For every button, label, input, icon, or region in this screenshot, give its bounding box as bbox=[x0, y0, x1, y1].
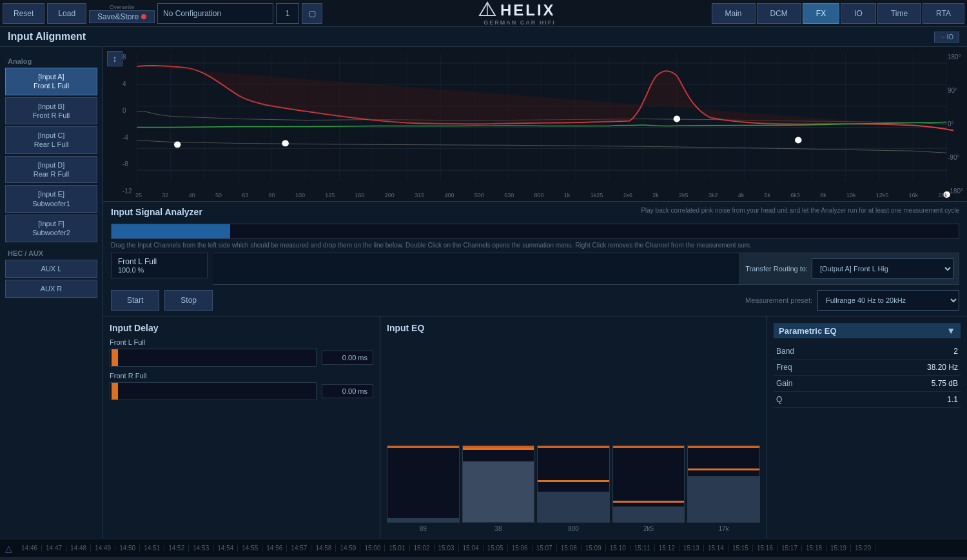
delay-slider-1[interactable] bbox=[110, 349, 317, 367]
status-time-1502: 15:02 bbox=[410, 545, 435, 552]
delay-channel-label-1: Front L Full bbox=[110, 338, 373, 346]
top-bar: Reset Load Overwrite Save&Store ▢ HELIX … bbox=[0, 0, 967, 27]
eq-point-1[interactable] bbox=[174, 141, 181, 148]
param-row-freq: Freq 38.20 Hz bbox=[774, 360, 961, 376]
delay-slider-handle-2[interactable] bbox=[112, 383, 118, 400]
stop-button[interactable]: Stop bbox=[164, 290, 213, 311]
param-label-q: Q bbox=[776, 395, 782, 404]
eq-bar-slot-38[interactable] bbox=[462, 445, 535, 523]
param-row-band: Band 2 bbox=[774, 343, 961, 360]
status-time-1449: 14:49 bbox=[91, 545, 115, 552]
status-time-1446: 14:46 bbox=[17, 545, 42, 552]
param-label-freq: Freq bbox=[776, 363, 792, 372]
overwrite-label: Overwrite bbox=[110, 4, 135, 10]
eq-point-2[interactable] bbox=[282, 140, 288, 146]
eq-point-3[interactable] bbox=[674, 116, 680, 122]
progress-bar-fill bbox=[112, 224, 230, 238]
eq-curve-svg bbox=[103, 47, 967, 201]
tab-rta[interactable]: RTA bbox=[923, 3, 964, 24]
status-time-1447: 14:47 bbox=[42, 545, 66, 552]
eq-bar-label-38: 38 bbox=[494, 525, 502, 532]
delay-value-1: 0.00 ms bbox=[322, 351, 373, 365]
load-button[interactable]: Load bbox=[47, 3, 86, 24]
eq-band-38: 38 bbox=[462, 445, 535, 532]
helix-symbol bbox=[478, 1, 496, 19]
helix-logo: HELIX GERMAN CAR HIFI bbox=[325, 1, 708, 26]
status-time-1448: 14:48 bbox=[66, 545, 91, 552]
start-button[interactable]: Start bbox=[111, 290, 159, 311]
status-time-1504: 15:04 bbox=[459, 545, 484, 552]
channel-drop-area[interactable]: Front L Full 100.0 % bbox=[111, 253, 208, 278]
analyzer-controls: Start Stop Measurement preset: Fullrange… bbox=[111, 290, 959, 311]
tab-time[interactable]: Time bbox=[877, 3, 921, 24]
status-bar: △ 14:46 14:47 14:48 14:49 14:50 14:51 14… bbox=[0, 539, 967, 557]
tab-io[interactable]: IO bbox=[841, 3, 876, 24]
parametric-eq-title: Parametric EQ bbox=[779, 326, 837, 336]
parametric-dropdown-icon[interactable]: ▼ bbox=[946, 325, 955, 336]
analyzer-title: Input Signal Analyzer bbox=[111, 207, 202, 217]
status-time-1457: 14:57 bbox=[287, 545, 311, 552]
nav-tabs: Main DCM FX IO Time RTA bbox=[712, 3, 965, 24]
status-time-1453: 14:53 bbox=[189, 545, 213, 552]
param-value-freq: 38.20 Hz bbox=[927, 363, 958, 372]
sidebar-item-input-a[interactable]: [Input A]Front L Full bbox=[5, 68, 97, 95]
status-time-1500: 15:00 bbox=[360, 545, 385, 552]
tab-main[interactable]: Main bbox=[712, 3, 756, 24]
analyzer-hint-text: Play back correlated pink noise from you… bbox=[641, 207, 959, 214]
config-input[interactable] bbox=[157, 3, 273, 24]
chart-x-labels: 25 32 40 50 63 80 100 125 160 200 315 40… bbox=[135, 192, 948, 198]
chart-y-labels: 180° 90° 0° -90° -180° bbox=[948, 47, 963, 201]
measurement-preset-select[interactable]: Fullrange 40 Hz to 20kHz bbox=[817, 290, 959, 311]
delay-channel-label-2: Front R Full bbox=[110, 372, 373, 380]
clock-icon: △ bbox=[5, 543, 12, 554]
hec-aux-group-label: HEC / AUX bbox=[5, 249, 97, 257]
status-time-1503: 15:03 bbox=[435, 545, 459, 552]
eq-band-17k: 17k bbox=[687, 445, 760, 532]
delay-slider-2[interactable] bbox=[110, 382, 317, 400]
eq-band-89: 89 bbox=[387, 445, 460, 532]
delay-row-2: 0.00 ms bbox=[110, 382, 373, 400]
parametric-eq-panel: Parametric EQ ▼ Band 2 Freq 38.20 Hz Gai… bbox=[767, 316, 967, 539]
delay-value-2: 0.00 ms bbox=[322, 384, 373, 398]
sidebar-item-input-f[interactable]: [Input F]Subwoofer2 bbox=[5, 215, 97, 242]
status-time-1512: 15:12 bbox=[655, 545, 679, 552]
sidebar-item-input-b[interactable]: [Input B]Front R Full bbox=[5, 97, 97, 125]
transfer-label: Transfer Routing to: bbox=[745, 265, 808, 273]
eq-bar-slot-89[interactable] bbox=[387, 445, 460, 523]
status-time-1458: 14:58 bbox=[311, 545, 336, 552]
analyzer-section: Input Signal Analyzer Play back correlat… bbox=[103, 202, 967, 316]
sidebar-item-aux-r[interactable]: AUX R bbox=[5, 280, 97, 298]
save-store-button[interactable]: Save&Store bbox=[89, 10, 155, 23]
content-area: ↕ 8 4 0 -4 -8 -12 bbox=[103, 47, 967, 539]
channel-percent: 100.0 % bbox=[118, 266, 200, 274]
eq-bar-slot-2k5[interactable] bbox=[612, 445, 685, 523]
sidebar-item-input-d[interactable]: [Input D]Rear R Full bbox=[5, 156, 97, 184]
eq-point-4[interactable] bbox=[795, 137, 801, 143]
reset-button[interactable]: Reset bbox=[3, 3, 44, 24]
expand-icon[interactable]: ↕ bbox=[107, 51, 122, 66]
param-row-gain: Gain 5.75 dB bbox=[774, 376, 961, 392]
param-value-gain: 5.75 dB bbox=[932, 379, 958, 388]
input-eq-panel: Input EQ 89 bbox=[380, 316, 767, 539]
tab-dcm[interactable]: DCM bbox=[757, 3, 801, 24]
tab-fx[interactable]: FX bbox=[803, 3, 839, 24]
eq-bar-slot-17k[interactable] bbox=[687, 445, 760, 523]
analog-group-label: Analog bbox=[5, 57, 97, 65]
sidebar-item-aux-l[interactable]: AUX L bbox=[5, 260, 97, 278]
delay-slider-handle-1[interactable] bbox=[112, 349, 118, 366]
sidebar-item-input-c[interactable]: [Input C]Rear L Full bbox=[5, 126, 97, 154]
input-delay-title: Input Delay bbox=[110, 323, 373, 333]
config-num-input[interactable] bbox=[276, 3, 299, 24]
save-indicator bbox=[141, 14, 146, 19]
eq-band-800: 800 bbox=[537, 445, 610, 532]
status-time-1459: 14:59 bbox=[336, 545, 360, 552]
eq-bar-slot-800[interactable] bbox=[537, 445, 610, 523]
analyzer-drop-hint: Drag the Input Channels from the left si… bbox=[111, 242, 959, 249]
status-time-1507: 15:07 bbox=[532, 545, 557, 552]
sidebar-item-input-e[interactable]: [Input E]Subwoofer1 bbox=[5, 185, 97, 213]
measurement-preset-label: Measurement preset: bbox=[745, 296, 812, 304]
eq-bar-label-2k5: 2k5 bbox=[643, 525, 654, 532]
edit-icon[interactable]: ▢ bbox=[302, 3, 322, 24]
transfer-select[interactable]: [Output A] Front L Hig bbox=[812, 258, 953, 279]
status-time-1450: 14:50 bbox=[115, 545, 140, 552]
